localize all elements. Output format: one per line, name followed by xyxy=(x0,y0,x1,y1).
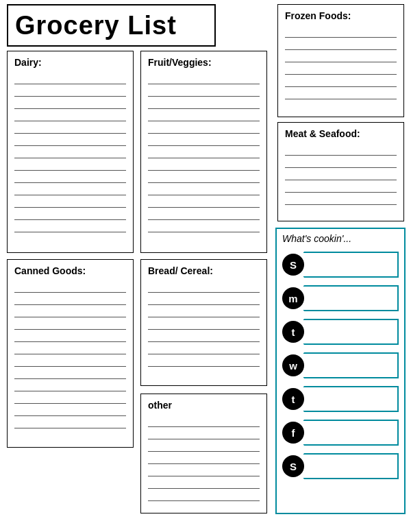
day-circle: S xyxy=(282,254,304,276)
line xyxy=(148,489,260,501)
line xyxy=(148,464,260,476)
line xyxy=(14,134,126,146)
day-banner[interactable] xyxy=(295,386,399,412)
line xyxy=(285,25,397,38)
line xyxy=(285,38,397,50)
line xyxy=(148,293,260,305)
line xyxy=(285,193,397,205)
line xyxy=(148,121,260,134)
line xyxy=(14,220,126,232)
line xyxy=(285,168,397,180)
fruit-lines xyxy=(148,72,260,232)
line xyxy=(148,439,260,452)
frozen-label: Frozen Foods: xyxy=(285,10,397,21)
day-rows: SmtwtfS xyxy=(282,250,399,481)
canned-lines xyxy=(14,280,126,428)
line xyxy=(14,416,126,428)
line xyxy=(148,72,260,84)
line xyxy=(148,84,260,97)
line xyxy=(14,97,126,109)
line xyxy=(14,317,126,330)
line xyxy=(148,208,260,220)
line xyxy=(285,87,397,99)
line xyxy=(14,391,126,404)
other-section: other xyxy=(140,394,267,513)
meat-label: Meat & Seafood: xyxy=(285,128,397,139)
line xyxy=(148,109,260,121)
day-banner[interactable] xyxy=(295,453,399,479)
line xyxy=(148,171,260,183)
line xyxy=(285,62,397,75)
other-lines xyxy=(148,415,260,501)
line xyxy=(148,476,260,489)
day-row: S xyxy=(282,451,399,481)
line xyxy=(148,134,260,146)
line xyxy=(14,305,126,317)
dairy-section: Dairy: xyxy=(7,51,134,253)
day-circle: m xyxy=(282,287,304,309)
day-row: S xyxy=(282,250,399,280)
day-circle: w xyxy=(282,354,304,376)
line xyxy=(285,75,397,87)
day-row: w xyxy=(282,350,399,380)
line xyxy=(148,158,260,171)
bread-label: Bread/ Cereal: xyxy=(148,265,260,276)
meat-lines xyxy=(285,143,397,205)
meat-section: Meat & Seafood: xyxy=(277,122,404,221)
day-row: t xyxy=(282,317,399,347)
line xyxy=(14,367,126,379)
line xyxy=(14,158,126,171)
line xyxy=(14,342,126,354)
line xyxy=(14,208,126,220)
line xyxy=(285,50,397,62)
day-banner[interactable] xyxy=(295,420,399,446)
line xyxy=(285,156,397,168)
day-circle: f xyxy=(282,422,304,444)
line xyxy=(14,84,126,97)
day-circle: S xyxy=(282,455,304,477)
line xyxy=(14,354,126,367)
day-circle: t xyxy=(282,388,304,410)
line xyxy=(148,305,260,317)
line xyxy=(148,183,260,195)
day-banner[interactable] xyxy=(295,319,399,345)
cookin-section: What's cookin'... SmtwtfS xyxy=(275,228,406,514)
line xyxy=(148,354,260,367)
line xyxy=(148,317,260,330)
fruit-section: Fruit/Veggies: xyxy=(140,51,267,253)
line xyxy=(14,171,126,183)
dairy-lines xyxy=(14,72,126,232)
frozen-section: Frozen Foods: xyxy=(277,4,404,117)
day-banner[interactable] xyxy=(295,252,399,278)
line xyxy=(14,293,126,305)
line xyxy=(14,379,126,391)
line xyxy=(148,427,260,439)
line xyxy=(148,342,260,354)
day-circle: t xyxy=(282,321,304,343)
line xyxy=(14,121,126,134)
bread-lines xyxy=(148,280,260,367)
line xyxy=(148,195,260,208)
line xyxy=(14,404,126,416)
day-banner[interactable] xyxy=(295,352,399,378)
title-box: Grocery List xyxy=(7,4,216,47)
line xyxy=(285,143,397,156)
day-banner[interactable] xyxy=(295,285,399,311)
dairy-label: Dairy: xyxy=(14,57,126,68)
fruit-label: Fruit/Veggies: xyxy=(148,57,260,68)
cookin-title: What's cookin'... xyxy=(282,233,399,244)
other-label: other xyxy=(148,400,260,411)
day-row: m xyxy=(282,283,399,313)
line xyxy=(148,280,260,293)
line xyxy=(285,180,397,193)
page: Grocery List Dairy: Fruit/Veggies: xyxy=(0,0,411,532)
line xyxy=(148,330,260,342)
line xyxy=(148,220,260,232)
line xyxy=(14,280,126,293)
line xyxy=(148,452,260,464)
line xyxy=(14,330,126,342)
canned-section: Canned Goods: xyxy=(7,259,134,448)
line xyxy=(14,195,126,208)
day-row: f xyxy=(282,418,399,448)
line xyxy=(14,183,126,195)
